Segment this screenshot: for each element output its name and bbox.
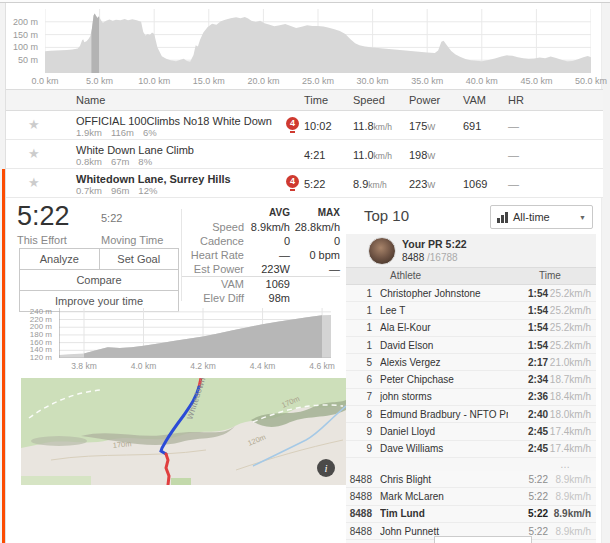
leaderboard-rank: 1 [346, 305, 372, 316]
leaderboard-speed: 25.2km/h [548, 305, 596, 316]
leaderboard-row[interactable]: 1Christopher Johnstone1:5425.2km/h [346, 285, 596, 302]
map-terrain-patch [31, 436, 87, 446]
segment-details: 0.8km67m8% [76, 156, 161, 167]
stat-avg: 1069 [244, 277, 290, 291]
elevation-plot-area[interactable] [45, 9, 591, 73]
leaderboard-athlete: john storms [380, 391, 508, 402]
leaderboard-speed: 8.9km/h [548, 508, 596, 519]
leaderboard-athlete: Mark McLaren [380, 491, 508, 502]
leaderboard-time: 2:17 [508, 357, 548, 368]
avg-header: AVG [244, 206, 290, 220]
segment-hr: — [508, 149, 519, 161]
leaderboard-rank: 8488 [346, 508, 372, 519]
stat-max: 0 [290, 234, 340, 248]
stat-label: Heart Rate [182, 248, 244, 262]
ride-elevation-chart[interactable]: 50 m100 m150 m200 m 0.0 km5.0 km10.0 km1… [6, 3, 603, 89]
leaderboard-rank: 8488 [346, 474, 372, 485]
leaderboard-header: Athlete Time [346, 267, 596, 285]
distance-x-axis: 0.0 km5.0 km10.0 km15.0 km20.0 km25.0 km… [45, 74, 591, 87]
elevation-y-axis: 50 m100 m150 m200 m [6, 9, 41, 73]
y-tick-label: 120 m [30, 353, 52, 362]
leaderboard-row[interactable]: 9Daniel Lloyd2:4517.4km/h [346, 423, 596, 440]
stat-avg: — [244, 248, 290, 262]
segment-elevation-chart[interactable]: 240 m220 m200 m180 m160 m140 m120 m 3.8 … [17, 303, 339, 373]
your-rank: 8488 /16788 [402, 252, 458, 263]
y-tick-label: 200 m [13, 16, 38, 26]
leaderboard-row[interactable]: 5Alexis Vergez2:1721.0km/h [346, 354, 596, 371]
leaderboard-gap-ellipsis: … [346, 458, 596, 471]
stat-avg: 0 [244, 234, 290, 248]
x-tick-label: 45.0 km [520, 76, 552, 86]
leaderboard-time: 1:54 [508, 340, 548, 351]
star-icon[interactable]: ★ [28, 175, 40, 190]
leaderboard-row[interactable]: 8Edmund Bradbury - NFTO Pro Cycling2:401… [346, 406, 596, 423]
segment-map[interactable]: 170m 170m 120m Whitedown i [21, 378, 346, 485]
leaderboard-row[interactable]: 7john storms2:3618.4km/h [346, 389, 596, 406]
x-tick-label: 25.0 km [302, 76, 334, 86]
max-header: MAX [290, 206, 340, 220]
segment-details: 0.7km96m12% [76, 185, 166, 196]
segment-name[interactable]: White Down Lane Climb [76, 144, 194, 156]
stat-avg: 223W [244, 262, 290, 276]
leaderboard-time: 2:40 [508, 409, 548, 420]
segment-speed: 8.9km/h [353, 178, 387, 190]
leaderboard-time: 1:54 [508, 288, 548, 299]
leaderboard-athlete: John Punnett [380, 526, 508, 537]
stat-label: Speed [182, 220, 244, 234]
leaderboard-time: 5:22 [508, 526, 548, 537]
set-goal-button[interactable]: Set Goal [100, 249, 179, 269]
segment-vam: 691 [463, 120, 481, 132]
x-tick-label: 5.0 km [86, 76, 113, 86]
col-speed: Speed [353, 94, 385, 106]
x-tick-label: 20.0 km [247, 76, 279, 86]
star-icon[interactable]: ★ [28, 146, 40, 161]
segment-y-axis: 240 m220 m200 m180 m160 m140 m120 m [19, 308, 55, 358]
segment-name[interactable]: OFFICIAL 100Climbs No18 White Down [76, 115, 272, 127]
leaderboard-row[interactable]: 8488Tim Lund5:228.9km/h [346, 506, 596, 523]
segment-name[interactable]: Whitedown Lane, Surrey Hills [76, 173, 231, 185]
col-hr: HR [508, 94, 524, 106]
leaderboard-time: 5:22 [508, 508, 548, 519]
leaderboard-time: 2:45 [508, 426, 548, 437]
segment-time: 4:21 [304, 149, 325, 161]
leaderboard-time: 1:54 [508, 305, 548, 316]
moving-time-label: Moving Time [101, 234, 163, 246]
leaderboard-athlete: Lee T [380, 305, 508, 316]
x-tick-label: 35.0 km [411, 76, 443, 86]
leaderboard-speed: 17.4km/h [548, 443, 596, 454]
col-time: Time [539, 268, 596, 284]
leaderboard-row[interactable]: 9Dave Williams2:4517.4km/h [346, 441, 596, 458]
x-tick-label: 4.0 km [131, 361, 157, 371]
your-pr-label: Your PR 5:22 [402, 238, 467, 250]
leaderboard-footer-button[interactable] [434, 536, 532, 543]
leaderboard-row[interactable]: 1Lee T1:5425.2km/h [346, 302, 596, 319]
stat-label: VAM [182, 277, 244, 291]
map-info-button[interactable]: i [317, 459, 335, 477]
leaderboard-filter-dropdown[interactable]: All-time ▼ [490, 205, 593, 229]
segment-plot-area[interactable] [59, 308, 331, 358]
segment-row[interactable]: ★ OFFICIAL 100Climbs No18 White Down 1.9… [6, 111, 603, 140]
leaderboard-time: 2:34 [508, 374, 548, 385]
your-pr-summary[interactable]: Your PR 5:22 8488 /16788 [346, 234, 596, 267]
analyze-button[interactable]: Analyze [20, 249, 100, 269]
leaderboard-rank: 7 [346, 391, 372, 402]
avatar[interactable] [368, 237, 396, 265]
leaderboard-row[interactable]: 8488Mark McLaren5:228.9km/h [346, 488, 596, 505]
leaderboard-rank: 6 [346, 374, 372, 385]
y-tick-label: 100 m [13, 42, 38, 52]
leaderboard-row[interactable]: 8488Chris Blight5:228.9km/h [346, 471, 596, 488]
leaderboard-row[interactable]: 1Ala El-Kour1:5425.2km/h [346, 320, 596, 337]
leaderboard-rank: 8 [346, 409, 372, 420]
segment-row[interactable]: ★ White Down Lane Climb 0.8km67m8% 4:21 … [6, 140, 603, 169]
segment-row-selected[interactable]: ★ Whitedown Lane, Surrey Hills 0.7km96m1… [6, 169, 603, 198]
segment-speed: 11.0km/h [353, 149, 392, 161]
leaderboard-speed: 25.2km/h [548, 288, 596, 299]
x-tick-label: 4.4 km [250, 361, 276, 371]
leaderboard-row[interactable]: 1David Elson1:5425.2km/h [346, 337, 596, 354]
segments-table-header: Name Time Speed Power VAM HR [6, 89, 603, 111]
compare-button[interactable]: Compare [20, 270, 178, 290]
x-tick-label: 0.0 km [31, 76, 58, 86]
leaderboard-row[interactable]: 6Peter Chipchase2:3418.7km/h [346, 371, 596, 388]
bar-chart-icon [497, 212, 508, 223]
star-icon[interactable]: ★ [28, 117, 40, 132]
